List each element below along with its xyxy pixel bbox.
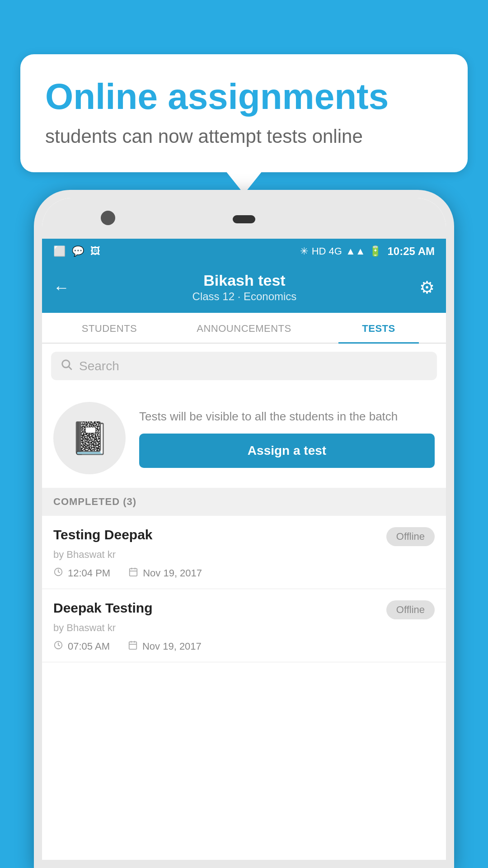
status-left-icons: ⬜ 💬 🖼 [53, 245, 100, 257]
search-placeholder: Search [79, 359, 119, 373]
tab-tests[interactable]: TESTS [311, 313, 446, 343]
header-title: Bikash test [192, 272, 297, 289]
test-date: Nov 19, 2017 [128, 567, 202, 580]
bubble-title: Online assignments [45, 77, 443, 117]
whatsapp-icon: 💬 [72, 245, 84, 257]
test-date: Nov 19, 2017 [128, 640, 202, 653]
svg-rect-8 [129, 642, 137, 650]
test-badge: Offline [386, 600, 435, 619]
search-icon [60, 358, 73, 374]
status-bar: ⬜ 💬 🖼 ✳ HD 4G ▲▲ 🔋 10:25 AM [42, 239, 446, 264]
tabs-bar: STUDENTS ANNOUNCEMENTS TESTS [42, 313, 446, 344]
test-item-header: Testing Deepak Offline [53, 527, 435, 546]
camera-lens [101, 211, 115, 225]
completed-header: COMPLETED (3) [42, 488, 446, 516]
gallery-icon: 🖼 [90, 245, 100, 257]
test-time-value: 07:05 AM [68, 641, 110, 652]
test-date-value: Nov 19, 2017 [142, 641, 202, 652]
test-meta: 07:05 AM Nov 19, 2017 [53, 640, 435, 653]
bluetooth-icon: ✳ [300, 245, 308, 257]
app-header: ← Bikash test Class 12 · Economics ⚙ [42, 264, 446, 313]
clock-icon [53, 640, 63, 653]
phone-camera-area [42, 198, 446, 239]
test-author: by Bhaswat kr [53, 549, 435, 561]
assign-icon-circle: 📓 [53, 402, 126, 474]
svg-rect-3 [130, 569, 137, 576]
assign-right: Tests will be visible to all the student… [139, 408, 435, 468]
battery-icon: 🔋 [369, 245, 381, 257]
search-container: Search [42, 344, 446, 388]
back-button[interactable]: ← [53, 278, 70, 297]
search-bar[interactable]: Search [51, 352, 437, 380]
svg-line-1 [69, 367, 71, 369]
test-item[interactable]: Deepak Testing Offline by Bhaswat kr 07:… [42, 589, 446, 662]
test-item[interactable]: Testing Deepak Offline by Bhaswat kr 12:… [42, 516, 446, 589]
svg-point-0 [62, 360, 70, 368]
assign-description: Tests will be visible to all the student… [139, 408, 435, 425]
status-right-icons: ✳ HD 4G ▲▲ 🔋 10:25 AM [300, 245, 435, 258]
status-time: 10:25 AM [388, 245, 435, 258]
test-time: 07:05 AM [53, 640, 110, 653]
test-author: by Bhaswat kr [53, 622, 435, 634]
test-date-value: Nov 19, 2017 [143, 567, 202, 579]
calendar-icon [128, 640, 138, 653]
speech-bubble: Online assignments students can now atte… [20, 54, 468, 172]
app1-icon: ⬜ [53, 245, 66, 257]
tab-announcements[interactable]: ANNOUNCEMENTS [177, 313, 311, 343]
phone-sensor [233, 215, 255, 223]
calendar-icon [128, 567, 138, 580]
test-time-value: 12:04 PM [68, 567, 110, 579]
phone-inner: ⬜ 💬 🖼 ✳ HD 4G ▲▲ 🔋 10:25 AM ← Bikash tes… [42, 198, 446, 860]
header-subtitle: Class 12 · Economics [192, 290, 297, 303]
phone-frame: ⬜ 💬 🖼 ✳ HD 4G ▲▲ 🔋 10:25 AM ← Bikash tes… [34, 190, 454, 868]
notebook-icon: 📓 [70, 420, 109, 457]
assign-test-button[interactable]: Assign a test [139, 434, 435, 468]
test-badge: Offline [386, 527, 435, 546]
clock-icon [53, 567, 63, 580]
header-center: Bikash test Class 12 · Economics [192, 272, 297, 303]
test-name: Testing Deepak [53, 527, 153, 542]
test-meta: 12:04 PM Nov 19, 2017 [53, 567, 435, 580]
bubble-subtitle: students can now attempt tests online [45, 126, 443, 147]
tab-students[interactable]: STUDENTS [42, 313, 177, 343]
signal-icon: ▲▲ [346, 245, 366, 257]
test-item-header: Deepak Testing Offline [53, 600, 435, 619]
test-time: 12:04 PM [53, 567, 110, 580]
hd-4g-label: HD 4G [312, 245, 342, 257]
assign-section: 📓 Tests will be visible to all the stude… [42, 388, 446, 488]
test-name: Deepak Testing [53, 600, 153, 616]
settings-button[interactable]: ⚙ [419, 278, 435, 297]
